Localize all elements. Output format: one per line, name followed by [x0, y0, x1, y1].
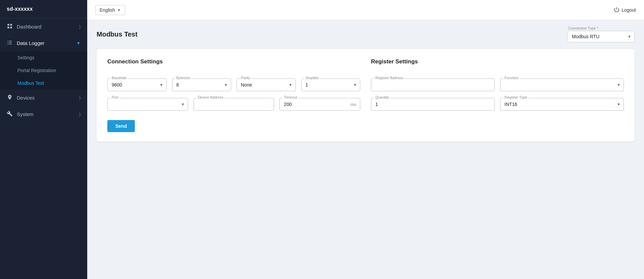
sidebar-item-label-devices: Devices	[17, 95, 35, 101]
connection-type-wrapper: Modbus RTU Modbus TCP ▼	[568, 31, 635, 42]
system-icon	[7, 111, 13, 118]
page-title: Modbus Test	[97, 31, 138, 38]
datalogger-submenu: Settings Portal Registration Modbus Test	[0, 51, 87, 90]
connection-type-select[interactable]: Modbus RTU Modbus TCP	[568, 31, 635, 42]
sidebar-item-label-system: System	[17, 111, 34, 117]
language-selector[interactable]: English ▼	[95, 5, 125, 15]
timeout-field: Timeout ms	[279, 98, 360, 111]
stopbits-select[interactable]: 1 1.5 2	[301, 78, 361, 91]
reg-row-1: Register Address Function ▼	[371, 78, 624, 91]
timeout-input[interactable]	[279, 98, 360, 111]
svg-rect-9	[9, 44, 12, 45]
sidebar-item-modbus-test[interactable]: Modbus Test	[0, 77, 87, 90]
dashboard-icon	[7, 23, 13, 30]
svg-rect-2	[7, 27, 9, 29]
function-field: Function ▼	[500, 78, 624, 91]
connection-type-group: Connection Type * Modbus RTU Modbus TCP …	[568, 26, 635, 42]
register-settings-title: Register Settings	[371, 58, 624, 65]
sidebar-item-settings[interactable]: Settings	[0, 51, 87, 64]
sidebar-item-label-datalogger: Data Logger	[17, 40, 45, 46]
register-address-field: Register Address	[371, 78, 495, 91]
datalogger-chevron: ▼	[76, 41, 80, 46]
sidebar-item-devices[interactable]: Devices 〉	[0, 90, 87, 106]
page-content: Modbus Test Connection Type * Modbus RTU…	[87, 20, 644, 279]
device-address-input[interactable]	[194, 98, 274, 111]
main-content: English ▼ Logout Modbus Test Connection …	[87, 0, 644, 279]
device-address-field: Device Address	[194, 98, 274, 111]
form-sections: Connection Settings Baudrate 9600 19200 …	[107, 58, 624, 132]
sidebar-item-label-dashboard: Dashboard	[17, 24, 41, 30]
register-type-select[interactable]: INT16 UINT16 INT32 UINT32 FLOAT32	[500, 98, 624, 111]
svg-rect-1	[10, 24, 12, 25]
quantity-field: Quantity	[371, 98, 495, 111]
power-icon	[614, 7, 620, 13]
sidebar-item-portal-registration[interactable]: Portal Registration	[0, 64, 87, 77]
conn-row-1: Baudrate 9600 19200 38400 57600 115200 ▼	[107, 78, 360, 91]
port-field: Port ▼	[107, 98, 188, 111]
parity-select[interactable]: None Even Odd Mark Space	[236, 78, 296, 91]
baudrate-select[interactable]: 9600 19200 38400 57600 115200	[107, 78, 167, 91]
topbar: English ▼ Logout	[87, 0, 644, 20]
page-header: Modbus Test Connection Type * Modbus RTU…	[87, 20, 644, 46]
conn-row-2: Port ▼ Device Address Timeout	[107, 98, 360, 111]
sidebar: sd-xxxxxx Dashboard 〉 Data Logger ▼	[0, 0, 87, 279]
parity-field: Parity None Even Odd Mark Space ▼	[236, 78, 296, 91]
quantity-input[interactable]	[371, 98, 495, 111]
sidebar-item-datalogger[interactable]: Data Logger ▼	[0, 35, 87, 51]
sidebar-nav: Dashboard 〉 Data Logger ▼ Settings Porta…	[0, 18, 87, 279]
svg-rect-7	[9, 41, 12, 42]
devices-icon	[7, 94, 13, 101]
bytesize-select[interactable]: 8 7 6 5	[172, 78, 231, 91]
svg-point-6	[8, 44, 8, 44]
devices-chevron: 〉	[79, 96, 80, 100]
send-row: Send	[107, 117, 360, 132]
register-type-field: Register Type INT16 UINT16 INT32 UINT32 …	[500, 98, 624, 111]
send-button[interactable]: Send	[107, 120, 135, 132]
svg-rect-8	[9, 42, 12, 43]
svg-point-4	[8, 41, 8, 41]
logout-button[interactable]: Logout	[614, 7, 636, 13]
sidebar-item-dashboard[interactable]: Dashboard 〉	[0, 18, 87, 35]
connection-settings-section: Connection Settings Baudrate 9600 19200 …	[107, 58, 360, 132]
reg-row-2: Quantity Register Type INT16 UINT16 INT3…	[371, 98, 624, 111]
register-address-input[interactable]	[371, 78, 495, 91]
dashboard-chevron: 〉	[79, 24, 80, 29]
svg-rect-0	[7, 24, 9, 25]
device-id: sd-xxxxxx	[0, 0, 87, 18]
port-select[interactable]	[107, 98, 188, 111]
svg-point-5	[8, 42, 8, 43]
logout-label: Logout	[622, 7, 636, 13]
modbus-test-card: Connection Settings Baudrate 9600 19200 …	[97, 49, 635, 142]
datalogger-icon	[7, 40, 13, 47]
system-chevron: 〉	[79, 112, 80, 117]
language-label: English	[100, 7, 115, 13]
stopbits-field: Stopbits 1 1.5 2 ▼	[301, 78, 361, 91]
register-settings-section: Register Settings Register Address Funct…	[371, 58, 624, 132]
function-select[interactable]	[500, 78, 624, 91]
connection-type-label: Connection Type *	[568, 26, 635, 30]
sidebar-item-system[interactable]: System 〉	[0, 106, 87, 122]
baudrate-field: Baudrate 9600 19200 38400 57600 115200 ▼	[107, 78, 167, 91]
svg-rect-3	[10, 27, 12, 29]
bytesize-field: Bytesize 8 7 6 5 ▼	[172, 78, 231, 91]
connection-settings-title: Connection Settings	[107, 58, 360, 65]
language-chevron: ▼	[117, 8, 121, 12]
